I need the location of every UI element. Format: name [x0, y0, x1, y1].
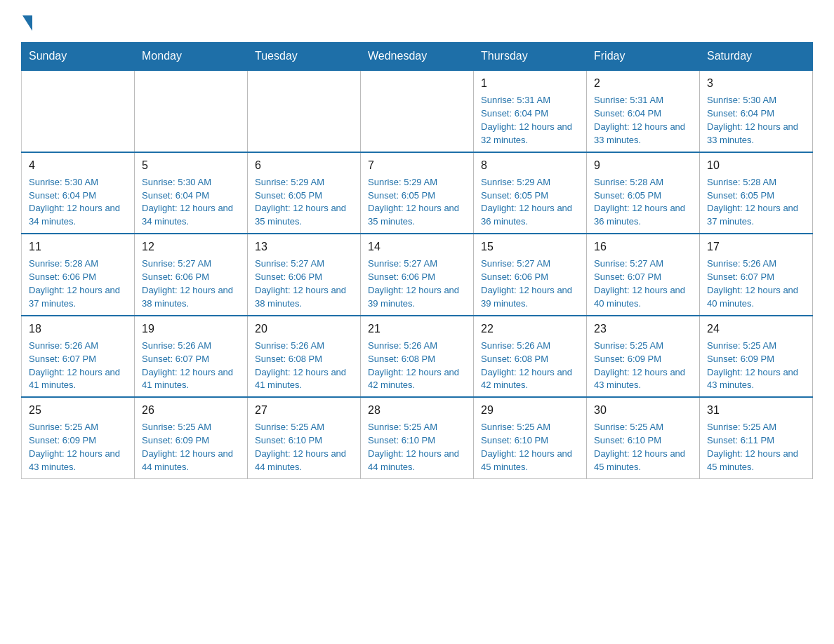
calendar-cell — [22, 70, 135, 152]
day-info: Sunrise: 5:30 AMSunset: 6:04 PMDaylight:… — [707, 94, 805, 147]
calendar-cell: 7Sunrise: 5:29 AMSunset: 6:05 PMDaylight… — [361, 152, 474, 234]
day-info: Sunrise: 5:25 AMSunset: 6:09 PMDaylight:… — [142, 421, 240, 474]
calendar-cell: 6Sunrise: 5:29 AMSunset: 6:05 PMDaylight… — [248, 152, 361, 234]
day-number: 13 — [255, 239, 353, 255]
day-number: 19 — [142, 321, 240, 337]
calendar-cell: 12Sunrise: 5:27 AMSunset: 6:06 PMDayligh… — [135, 234, 248, 316]
day-number: 15 — [481, 239, 579, 255]
day-of-week-header: Wednesday — [361, 43, 474, 71]
day-info: Sunrise: 5:29 AMSunset: 6:05 PMDaylight:… — [368, 176, 466, 229]
day-number: 26 — [142, 402, 240, 418]
day-number: 6 — [255, 157, 353, 173]
day-info: Sunrise: 5:26 AMSunset: 6:07 PMDaylight:… — [142, 340, 240, 392]
day-info: Sunrise: 5:25 AMSunset: 6:09 PMDaylight:… — [594, 340, 692, 392]
calendar-cell: 20Sunrise: 5:26 AMSunset: 6:08 PMDayligh… — [248, 316, 361, 398]
day-number: 18 — [29, 321, 127, 337]
calendar-cell: 31Sunrise: 5:25 AMSunset: 6:11 PMDayligh… — [700, 397, 813, 478]
calendar-cell: 25Sunrise: 5:25 AMSunset: 6:09 PMDayligh… — [22, 397, 135, 478]
day-info: Sunrise: 5:31 AMSunset: 6:04 PMDaylight:… — [594, 94, 692, 147]
day-info: Sunrise: 5:30 AMSunset: 6:04 PMDaylight:… — [29, 176, 127, 229]
day-info: Sunrise: 5:30 AMSunset: 6:04 PMDaylight:… — [142, 176, 240, 229]
day-number: 30 — [594, 402, 692, 418]
calendar-week-row: 11Sunrise: 5:28 AMSunset: 6:06 PMDayligh… — [22, 234, 813, 316]
day-info: Sunrise: 5:26 AMSunset: 6:08 PMDaylight:… — [481, 340, 579, 392]
calendar-cell: 24Sunrise: 5:25 AMSunset: 6:09 PMDayligh… — [700, 316, 813, 398]
page-header — [21, 14, 813, 31]
day-number: 17 — [707, 239, 805, 255]
calendar-cell — [135, 70, 248, 152]
day-info: Sunrise: 5:29 AMSunset: 6:05 PMDaylight:… — [255, 176, 353, 229]
day-number: 23 — [594, 321, 692, 337]
calendar-cell: 21Sunrise: 5:26 AMSunset: 6:08 PMDayligh… — [361, 316, 474, 398]
calendar-cell: 15Sunrise: 5:27 AMSunset: 6:06 PMDayligh… — [474, 234, 587, 316]
day-number: 8 — [481, 157, 579, 173]
calendar-cell: 1Sunrise: 5:31 AMSunset: 6:04 PMDaylight… — [474, 70, 587, 152]
day-info: Sunrise: 5:25 AMSunset: 6:10 PMDaylight:… — [368, 421, 466, 474]
day-number: 20 — [255, 321, 353, 337]
day-info: Sunrise: 5:25 AMSunset: 6:11 PMDaylight:… — [707, 421, 805, 474]
calendar-cell: 11Sunrise: 5:28 AMSunset: 6:06 PMDayligh… — [22, 234, 135, 316]
day-number: 22 — [481, 321, 579, 337]
calendar-cell: 19Sunrise: 5:26 AMSunset: 6:07 PMDayligh… — [135, 316, 248, 398]
calendar-week-row: 4Sunrise: 5:30 AMSunset: 6:04 PMDaylight… — [22, 152, 813, 234]
day-info: Sunrise: 5:25 AMSunset: 6:10 PMDaylight:… — [594, 421, 692, 474]
calendar-cell — [248, 70, 361, 152]
day-info: Sunrise: 5:27 AMSunset: 6:07 PMDaylight:… — [594, 257, 692, 310]
day-number: 7 — [368, 157, 466, 173]
day-number: 28 — [368, 402, 466, 418]
calendar-cell: 4Sunrise: 5:30 AMSunset: 6:04 PMDaylight… — [22, 152, 135, 234]
calendar-cell: 23Sunrise: 5:25 AMSunset: 6:09 PMDayligh… — [587, 316, 700, 398]
day-number: 4 — [29, 157, 127, 173]
day-number: 5 — [142, 157, 240, 173]
day-info: Sunrise: 5:26 AMSunset: 6:07 PMDaylight:… — [29, 340, 127, 392]
day-info: Sunrise: 5:31 AMSunset: 6:04 PMDaylight:… — [481, 94, 579, 147]
day-info: Sunrise: 5:27 AMSunset: 6:06 PMDaylight:… — [368, 257, 466, 310]
day-info: Sunrise: 5:25 AMSunset: 6:10 PMDaylight:… — [255, 421, 353, 474]
calendar-cell: 3Sunrise: 5:30 AMSunset: 6:04 PMDaylight… — [700, 70, 813, 152]
day-number: 14 — [368, 239, 466, 255]
day-info: Sunrise: 5:27 AMSunset: 6:06 PMDaylight:… — [481, 257, 579, 310]
day-of-week-header: Monday — [135, 43, 248, 71]
calendar-table: SundayMondayTuesdayWednesdayThursdayFrid… — [21, 42, 813, 479]
day-of-week-header: Sunday — [22, 43, 135, 71]
calendar-cell — [361, 70, 474, 152]
calendar-cell: 17Sunrise: 5:26 AMSunset: 6:07 PMDayligh… — [700, 234, 813, 316]
calendar-cell: 13Sunrise: 5:27 AMSunset: 6:06 PMDayligh… — [248, 234, 361, 316]
calendar-cell: 28Sunrise: 5:25 AMSunset: 6:10 PMDayligh… — [361, 397, 474, 478]
day-of-week-header: Friday — [587, 43, 700, 71]
calendar-cell: 9Sunrise: 5:28 AMSunset: 6:05 PMDaylight… — [587, 152, 700, 234]
day-number: 24 — [707, 321, 805, 337]
day-number: 2 — [594, 75, 692, 91]
calendar-cell: 10Sunrise: 5:28 AMSunset: 6:05 PMDayligh… — [700, 152, 813, 234]
calendar-cell: 5Sunrise: 5:30 AMSunset: 6:04 PMDaylight… — [135, 152, 248, 234]
day-info: Sunrise: 5:26 AMSunset: 6:07 PMDaylight:… — [707, 257, 805, 310]
calendar-cell: 14Sunrise: 5:27 AMSunset: 6:06 PMDayligh… — [361, 234, 474, 316]
logo — [21, 14, 32, 31]
day-info: Sunrise: 5:25 AMSunset: 6:10 PMDaylight:… — [481, 421, 579, 474]
day-number: 31 — [707, 402, 805, 418]
day-number: 3 — [707, 75, 805, 91]
day-info: Sunrise: 5:26 AMSunset: 6:08 PMDaylight:… — [368, 340, 466, 392]
day-info: Sunrise: 5:26 AMSunset: 6:08 PMDaylight:… — [255, 340, 353, 392]
calendar-week-row: 25Sunrise: 5:25 AMSunset: 6:09 PMDayligh… — [22, 397, 813, 478]
day-of-week-header: Saturday — [700, 43, 813, 71]
day-number: 27 — [255, 402, 353, 418]
calendar-week-row: 1Sunrise: 5:31 AMSunset: 6:04 PMDaylight… — [22, 70, 813, 152]
calendar-cell: 16Sunrise: 5:27 AMSunset: 6:07 PMDayligh… — [587, 234, 700, 316]
day-number: 25 — [29, 402, 127, 418]
day-number: 16 — [594, 239, 692, 255]
day-of-week-header: Tuesday — [248, 43, 361, 71]
day-number: 11 — [29, 239, 127, 255]
day-number: 12 — [142, 239, 240, 255]
day-number: 29 — [481, 402, 579, 418]
day-number: 10 — [707, 157, 805, 173]
calendar-cell: 30Sunrise: 5:25 AMSunset: 6:10 PMDayligh… — [587, 397, 700, 478]
day-info: Sunrise: 5:25 AMSunset: 6:09 PMDaylight:… — [29, 421, 127, 474]
calendar-cell: 27Sunrise: 5:25 AMSunset: 6:10 PMDayligh… — [248, 397, 361, 478]
day-info: Sunrise: 5:28 AMSunset: 6:06 PMDaylight:… — [29, 257, 127, 310]
day-info: Sunrise: 5:28 AMSunset: 6:05 PMDaylight:… — [707, 176, 805, 229]
calendar-cell: 2Sunrise: 5:31 AMSunset: 6:04 PMDaylight… — [587, 70, 700, 152]
day-info: Sunrise: 5:27 AMSunset: 6:06 PMDaylight:… — [255, 257, 353, 310]
calendar-cell: 8Sunrise: 5:29 AMSunset: 6:05 PMDaylight… — [474, 152, 587, 234]
day-info: Sunrise: 5:28 AMSunset: 6:05 PMDaylight:… — [594, 176, 692, 229]
